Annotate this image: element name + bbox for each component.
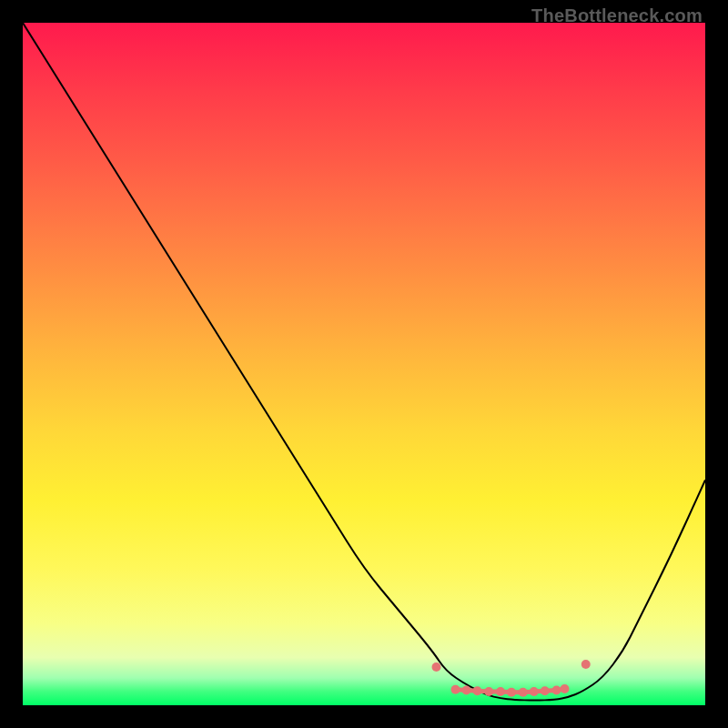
marker-point (561, 684, 570, 693)
marker-point (462, 686, 471, 695)
bottleneck-curve (23, 23, 705, 701)
marker-point (496, 687, 505, 696)
marker-point (530, 687, 539, 696)
marker-point (519, 688, 528, 697)
marker-point (541, 686, 550, 695)
chart-frame: TheBottleneck.com (0, 0, 728, 728)
chart-plot-area (23, 23, 705, 705)
chart-svg (23, 23, 705, 705)
marker-point (552, 686, 561, 695)
marker-point (484, 687, 493, 696)
marker-point (451, 685, 460, 694)
marker-point (432, 662, 441, 672)
watermark-text: TheBottleneck.com (531, 5, 703, 26)
marker-point (581, 660, 591, 669)
marker-point (507, 688, 516, 697)
marker-point (473, 686, 482, 695)
